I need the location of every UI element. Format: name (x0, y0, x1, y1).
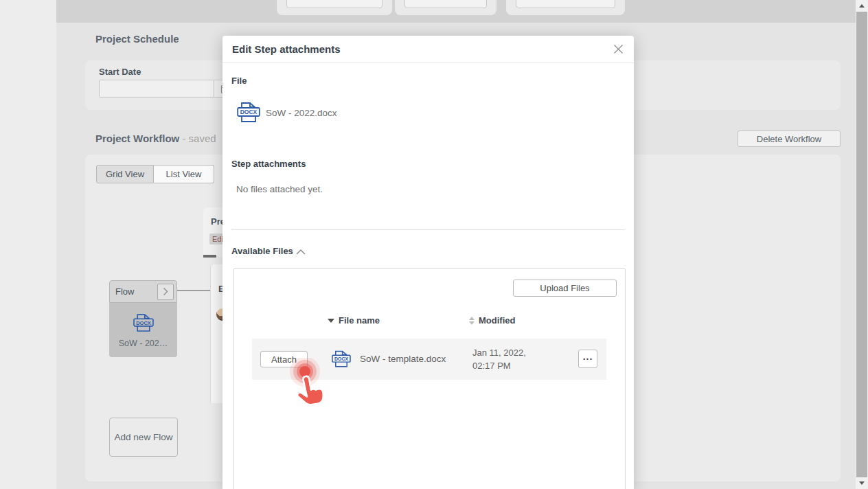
scroll-up-icon (859, 4, 865, 8)
edit-step-attachments-modal: Edit Step attachments File DOCX SoW - 20… (222, 36, 634, 489)
svg-text:DOCX: DOCX (334, 356, 349, 361)
column-header-file-name[interactable]: File name (328, 315, 380, 326)
flow-card-header: Flow (109, 280, 177, 303)
add-new-flow-button[interactable]: Add new Flow (109, 418, 178, 457)
svg-text:DOCX: DOCX (136, 320, 151, 326)
workflow-step-card-partial[interactable]: Pre Edi (203, 207, 222, 257)
edit-chip[interactable]: Edi (209, 234, 222, 244)
collapse-section-button[interactable] (295, 246, 306, 258)
empty-attachments-text: No files attached yet. (236, 184, 323, 194)
view-toggle: Grid View List View (96, 165, 214, 183)
attached-file[interactable]: DOCX (237, 100, 260, 128)
top-card-input[interactable] (404, 0, 487, 8)
top-card-input[interactable] (286, 0, 382, 8)
available-files-label: Available Files (231, 246, 293, 256)
vertical-scrollbar[interactable] (856, 0, 868, 489)
section-divider (231, 229, 625, 230)
chevron-up-icon (295, 249, 306, 255)
attached-file-name: SoW - 2022.docx (266, 108, 337, 118)
flow-expand-button[interactable] (157, 284, 174, 300)
docx-file-icon: DOCX (237, 100, 260, 125)
modified-time: 02:17 PM (472, 359, 526, 372)
start-date-input[interactable] (99, 80, 238, 98)
file-section-label: File (231, 76, 247, 86)
modal-title: Edit Step attachments (232, 43, 612, 55)
top-card (506, 0, 625, 15)
file-name-cell: SoW - template.docx (360, 354, 446, 364)
avatar (216, 308, 222, 321)
step-card-divider (203, 255, 216, 258)
column-header-label: Modified (479, 315, 515, 326)
scroll-up-button[interactable] (856, 0, 868, 12)
project-workflow-title-text: Project Workflow (95, 133, 179, 144)
top-card-input[interactable] (516, 0, 615, 8)
scroll-down-button[interactable] (856, 477, 868, 489)
start-date-value[interactable] (100, 80, 214, 97)
workflow-step-card-partial-2[interactable]: E (210, 264, 222, 403)
step-title: Pre (211, 216, 222, 227)
more-actions-button[interactable]: ... (578, 350, 597, 368)
upload-files-button[interactable]: Upload Files (513, 280, 617, 297)
screen: Project Schedule Start Date Project Work… (0, 0, 868, 489)
close-icon (613, 44, 624, 54)
chevron-right-icon (163, 287, 168, 296)
top-card (277, 0, 392, 15)
sort-descending-icon (328, 319, 334, 323)
scroll-down-icon (859, 481, 865, 485)
start-date-label: Start Date (99, 67, 141, 77)
available-files-panel: Upload Files File name Modified Attach D… (233, 268, 626, 489)
flow-card-title: Flow (115, 286, 157, 297)
column-header-label: File name (339, 315, 380, 326)
flow-card-body: DOCX SoW - 202… (109, 303, 177, 357)
scrollbar-thumb[interactable] (856, 12, 867, 477)
docx-file-icon: DOCX (133, 312, 154, 334)
attach-button[interactable]: Attach (260, 351, 308, 367)
file-table-row: Attach DOCX SoW - template.docx Jan 11, … (252, 339, 606, 380)
tab-list-view[interactable]: List View (154, 165, 214, 183)
close-button[interactable] (612, 43, 624, 56)
top-card (395, 0, 496, 15)
saved-status: - saved (182, 133, 216, 144)
delete-workflow-button[interactable]: Delete Workflow (738, 130, 841, 147)
modal-header: Edit Step attachments (222, 36, 634, 63)
flow-file-name: SoW - 202… (119, 339, 168, 348)
top-band (56, 0, 856, 23)
project-schedule-title: Project Schedule (95, 33, 179, 45)
tab-grid-view[interactable]: Grid View (96, 165, 154, 183)
project-workflow-title: Project Workflow - saved (95, 133, 216, 144)
svg-text:DOCX: DOCX (240, 109, 258, 115)
flow-card[interactable]: Flow DOCX SoW - 202… (109, 280, 177, 357)
file-type: DOCX (332, 349, 351, 372)
modified-cell: Jan 11, 2022, 02:17 PM (472, 346, 526, 372)
step-attachments-label: Step attachments (231, 159, 306, 169)
column-header-modified[interactable]: Modified (469, 315, 515, 326)
sort-toggle-icon (469, 317, 475, 325)
modified-date: Jan 11, 2022, (472, 346, 526, 359)
docx-file-icon: DOCX (332, 349, 351, 369)
